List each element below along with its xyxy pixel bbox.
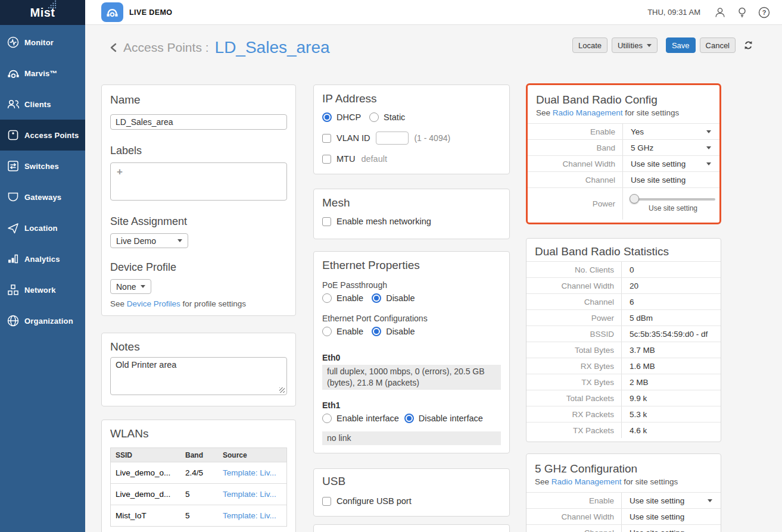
band-select[interactable]: 5 GHz	[623, 140, 719, 155]
site-assignment-label: Site Assignment	[110, 215, 287, 228]
radio-config-head: Dual Band Radio Config See Radio Managem…	[528, 85, 719, 123]
sidebar-item-gateways[interactable]: Gateways	[0, 181, 85, 212]
user-icon[interactable]	[709, 6, 731, 19]
usb-label: USB	[322, 475, 501, 488]
add-label-icon[interactable]: +	[117, 166, 123, 177]
device-profile-select[interactable]: None	[110, 279, 151, 294]
sidebar-item-clients[interactable]: Clients	[0, 89, 85, 120]
sidebar-item-analytics[interactable]: Analytics	[0, 243, 85, 274]
radio-management-link[interactable]: Radio Management	[553, 108, 623, 117]
poe-disable-radio[interactable]	[372, 293, 381, 303]
template-link[interactable]: Template: Liv...	[223, 511, 286, 520]
template-link[interactable]: Template: Liv...	[223, 468, 286, 477]
eth1-disable-radio[interactable]	[404, 414, 414, 423]
dhcp-radio[interactable]	[322, 112, 332, 122]
table-row: Live_demo_d... 5 Template: Liv...	[111, 483, 286, 505]
main-content: Access Points : LD_Sales_area Locate Uti…	[85, 25, 782, 532]
labels-box[interactable]: +	[110, 162, 287, 201]
eth0-status: full duplex, 1000 mbps, 0 (errors), 20.5…	[322, 365, 501, 390]
channel-row: Channel Use site setting	[528, 171, 719, 187]
chevron-down-icon	[177, 239, 182, 242]
mist-logo[interactable]: Mist	[0, 0, 85, 25]
stat-row: Total Packets9.9 k	[526, 390, 721, 406]
notes-textarea-wrap: Old Printer area	[110, 357, 287, 395]
port-disable-radio[interactable]	[372, 327, 381, 336]
sidebar-nav: Monitor Marvis™ Clients Access Points Sw…	[0, 25, 85, 336]
template-link[interactable]: Template: Liv...	[223, 490, 286, 499]
sidebar-item-switches[interactable]: Switches	[0, 151, 85, 181]
vlan-input[interactable]	[376, 132, 409, 145]
toolbar-actions: Locate Utilities Save Cancel	[568, 37, 753, 53]
vlan-checkbox[interactable]	[322, 134, 331, 143]
5ghz-channel-width-row: Channel Width Use site setting	[526, 508, 721, 524]
lightbulb-icon[interactable]	[731, 6, 753, 19]
cancel-button[interactable]: Cancel	[700, 37, 736, 53]
5ghz-channel-row: Channel Use site setting	[526, 524, 721, 532]
utilities-button[interactable]: Utilities	[612, 37, 658, 53]
5ghz-enable-select[interactable]: Use site setting	[622, 493, 721, 508]
power-slider[interactable]	[631, 198, 715, 201]
org-label: LIVE DEMO	[129, 8, 172, 17]
marvis-icon	[6, 66, 20, 80]
mist-logo-dots	[47, 0, 57, 9]
channel-width-row: Channel Width Use site setting	[528, 155, 719, 171]
sidebar-item-network[interactable]: Network	[0, 274, 85, 305]
clients-icon	[6, 97, 20, 111]
location-icon	[6, 221, 20, 235]
chevron-down-icon	[141, 285, 145, 288]
mesh-label: Mesh	[322, 196, 501, 209]
refresh-icon[interactable]	[743, 39, 753, 51]
stat-row: Channel Width20	[526, 277, 721, 293]
channel-width-select[interactable]: Use site setting	[623, 156, 719, 171]
sidebar-item-marvis[interactable]: Marvis™	[0, 58, 85, 89]
slider-handle[interactable]	[630, 194, 639, 204]
poe-label: PoE Passthrough	[322, 280, 501, 290]
network-icon	[6, 283, 20, 297]
radio-management-link[interactable]: Radio Management	[552, 477, 622, 486]
mesh-checkbox[interactable]	[322, 217, 331, 226]
notes-textarea[interactable]: Old Printer area	[110, 357, 287, 395]
poe-enable-radio[interactable]	[322, 293, 332, 303]
org-icon	[101, 2, 123, 22]
usb-checkbox[interactable]	[322, 497, 331, 506]
page-head: Access Points : LD_Sales_area	[109, 38, 330, 57]
mtu-checkbox[interactable]	[322, 155, 331, 164]
power-cell: Use site setting	[623, 188, 719, 220]
static-radio[interactable]	[369, 112, 379, 122]
port-enable-radio[interactable]	[322, 327, 332, 336]
eth1-status: no link	[322, 431, 501, 445]
sidebar: Mist Monitor Marvis™ Clients Access Poin…	[0, 0, 85, 532]
sidebar-item-location[interactable]: Location	[0, 212, 85, 243]
vlan-range-note: (1 - 4094)	[414, 133, 450, 143]
notes-card: Notes Old Printer area	[101, 333, 296, 406]
sidebar-item-organization[interactable]: Organization	[0, 305, 85, 336]
eth1-enable-radio[interactable]	[322, 414, 332, 423]
enable-row: Enable Yes	[528, 123, 719, 139]
device-profiles-link[interactable]: Device Profiles	[127, 299, 180, 308]
analytics-icon	[6, 252, 20, 266]
mesh-card: Mesh Enable mesh networking	[313, 189, 510, 239]
clock-label: THU, 09:31 AM	[647, 8, 700, 17]
switches-icon	[6, 159, 20, 173]
enable-select[interactable]: Yes	[623, 124, 719, 139]
general-card: Name Labels + Site Assignment Live Demo …	[101, 85, 296, 316]
table-row: Live_demo_o... 2.4/5 Template: Liv...	[111, 462, 286, 483]
wlans-label: WLANs	[110, 427, 287, 440]
stat-row: RX Bytes1.6 MB	[526, 358, 721, 374]
site-select[interactable]: Live Demo	[110, 233, 188, 248]
ip-address-card: IP Address DHCP Static VLAN ID (1 - 4094…	[313, 85, 510, 174]
organization-icon	[6, 314, 20, 328]
help-icon[interactable]: ?	[753, 6, 775, 19]
breadcrumb[interactable]: Access Points :	[123, 40, 209, 55]
locate-button[interactable]: Locate	[572, 37, 607, 53]
sidebar-item-monitor[interactable]: Monitor	[0, 27, 85, 58]
stat-row: TX Bytes2 MB	[526, 374, 721, 390]
dual-band-radio-config-card: Dual Band Radio Config See Radio Managem…	[526, 83, 721, 224]
top-bar: LIVE DEMO THU, 09:31 AM ?	[85, 0, 782, 25]
power-caption: Use site setting	[631, 204, 715, 212]
sidebar-item-access-points[interactable]: Access Points	[0, 120, 85, 151]
name-input[interactable]	[110, 114, 287, 130]
org-selector[interactable]: LIVE DEMO	[101, 2, 172, 22]
save-button[interactable]: Save	[666, 37, 696, 53]
back-icon[interactable]	[109, 41, 119, 54]
